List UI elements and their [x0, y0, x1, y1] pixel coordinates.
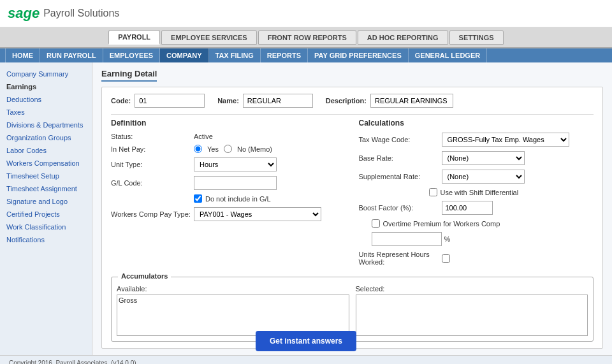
gl-code-row: G/L Code:: [111, 176, 346, 190]
name-label: Name:: [217, 97, 239, 105]
gl-code-label: G/L Code:: [111, 179, 194, 187]
sidebar-item-earnings[interactable]: Earnings: [0, 80, 92, 93]
units-represent-row: Units Represent Hours Worked:: [359, 251, 594, 266]
in-net-pay-no-label: No (Memo): [237, 145, 272, 153]
percent-input-row: %: [372, 232, 594, 246]
sidebar-item-deductions[interactable]: Deductions: [0, 93, 92, 106]
top-nav-front-row-reports[interactable]: FRONT ROW REPORTS: [258, 30, 356, 45]
percent-symbol: %: [444, 235, 451, 243]
sub-nav-employees[interactable]: EMPLOYEES: [103, 48, 160, 62]
content-area: Earning Detail Code: Name: Description:: [92, 62, 612, 355]
top-nav-ad-hoc-reporting[interactable]: AD HOC REPORTING: [358, 30, 448, 45]
boost-factor-input[interactable]: [442, 201, 493, 215]
sidebar-item-notifications[interactable]: Notifications: [0, 233, 92, 246]
unit-type-label: Unit Type:: [111, 161, 194, 168]
supplemental-rate-row: Supplemental Rate: (None): [359, 170, 594, 184]
in-net-pay-yes-radio[interactable]: [194, 145, 202, 153]
sidebar-item-signature-and-logo[interactable]: Signature and Logo: [0, 195, 92, 208]
overtime-premium-row: Overtime Premium for Workers Comp: [372, 219, 594, 228]
unit-type-select[interactable]: Hours Days Weeks: [194, 157, 277, 171]
units-represent-checkbox[interactable]: [442, 254, 450, 263]
sidebar-item-organization-groups[interactable]: Organization Groups: [0, 131, 92, 144]
status-value: Active: [194, 133, 213, 140]
supplemental-rate-label: Supplemental Rate:: [359, 173, 442, 180]
accumulators-inner: Available: Gross Selected:: [117, 285, 588, 336]
supplemental-rate-select[interactable]: (None): [442, 170, 525, 184]
available-label: Available:: [117, 285, 349, 293]
code-label: Code:: [111, 97, 131, 105]
code-field-group: Code:: [111, 94, 205, 108]
sub-nav-tax-filing[interactable]: TAX FILING: [209, 48, 261, 62]
available-item-gross: Gross: [119, 296, 347, 304]
sidebar-item-work-classification[interactable]: Work Classification: [0, 221, 92, 233]
sidebar-item-timesheet-setup[interactable]: Timesheet Setup: [0, 170, 92, 182]
available-column: Available: Gross: [117, 285, 349, 336]
available-list[interactable]: Gross: [117, 295, 349, 336]
sidebar-item-certified-projects[interactable]: Certified Projects: [0, 208, 92, 221]
calculations-title: Calculations: [359, 119, 594, 127]
percent-input[interactable]: [372, 232, 442, 246]
sub-nav-run-payroll[interactable]: RUN PAYROLL: [40, 48, 103, 62]
do-not-include-checkbox[interactable]: [194, 194, 202, 203]
use-shift-differential-row: Use with Shift Differential: [429, 188, 594, 196]
selected-column: Selected:: [356, 285, 588, 336]
in-net-pay-radios: Yes No (Memo): [194, 145, 272, 153]
name-input[interactable]: [243, 94, 313, 108]
top-fields-row: Code: Name: Description:: [111, 94, 594, 108]
workers-comp-select[interactable]: PAY001 - Wages PAY002 - Salary: [194, 207, 321, 221]
code-input[interactable]: [135, 94, 205, 108]
copyright-text: Copyright 2016, Payroll Associates. (v14…: [9, 360, 136, 364]
in-net-pay-row: In Net Pay: Yes No (Memo): [111, 145, 346, 153]
main-layout: Company Summary Earnings Deductions Taxe…: [0, 62, 612, 355]
boost-factor-label: Boost Factor (%):: [359, 204, 442, 212]
top-nav-payroll[interactable]: PAYROLL: [108, 30, 160, 45]
accumulators-legend: Accumulators: [118, 272, 171, 280]
sidebar-item-company-summary[interactable]: Company Summary: [0, 68, 92, 80]
sidebar-item-timesheet-assignment[interactable]: Timesheet Assignment: [0, 182, 92, 195]
base-rate-row: Base Rate: (None): [359, 151, 594, 165]
sidebar-item-workers-compensation[interactable]: Workers Compensation: [0, 157, 92, 170]
tax-wage-code-select[interactable]: GROSS-Fully Tax Emp. Wages None: [442, 133, 569, 147]
app-title: Payroll Solutions: [43, 8, 119, 19]
sub-nav-general-ledger[interactable]: GENERAL LEDGER: [409, 48, 487, 62]
description-input[interactable]: [370, 94, 453, 108]
sage-logo: sage: [8, 5, 40, 22]
selected-list[interactable]: [356, 295, 588, 336]
sub-nav-pay-grid-preferences[interactable]: PAY GRID PREFERENCES: [308, 48, 409, 62]
top-nav-settings[interactable]: SETTINGS: [449, 30, 504, 45]
status-row: Status: Active: [111, 133, 346, 140]
sub-nav-reports[interactable]: REPORTS: [261, 48, 308, 62]
boost-factor-row: Boost Factor (%):: [359, 201, 594, 215]
status-label: Status:: [111, 133, 194, 140]
use-shift-differential-checkbox[interactable]: [429, 188, 437, 196]
top-navigation: PAYROLL EMPLOYEE SERVICES FRONT ROW REPO…: [0, 27, 612, 48]
overtime-premium-checkbox[interactable]: [372, 219, 380, 228]
definition-title: Definition: [111, 119, 346, 127]
chat-button[interactable]: Get instant answers: [256, 331, 356, 351]
base-rate-select[interactable]: (None): [442, 151, 525, 165]
sub-navigation: HOME RUN PAYROLL EMPLOYEES COMPANY TAX F…: [0, 48, 612, 62]
sidebar-item-divisions-departments[interactable]: Divisions & Departments: [0, 119, 92, 131]
workers-comp-label: Workers Comp Pay Type:: [111, 210, 194, 218]
in-net-pay-yes-label: Yes: [207, 145, 219, 153]
in-net-pay-label: In Net Pay:: [111, 145, 194, 153]
tax-wage-code-row: Tax Wage Code: GROSS-Fully Tax Emp. Wage…: [359, 133, 594, 147]
sidebar-item-taxes[interactable]: Taxes: [0, 106, 92, 119]
description-field-group: Description:: [326, 94, 453, 108]
page-title: Earning Detail: [101, 69, 157, 82]
sidebar-item-labor-codes[interactable]: Labor Codes: [0, 144, 92, 157]
tax-wage-code-label: Tax Wage Code:: [359, 136, 442, 143]
earning-detail-form: Code: Name: Description: Definition: [101, 87, 603, 349]
top-nav-employee-services[interactable]: EMPLOYEE SERVICES: [161, 30, 257, 45]
selected-label: Selected:: [356, 285, 588, 293]
workers-comp-row: Workers Comp Pay Type: PAY001 - Wages PA…: [111, 207, 346, 221]
description-label: Description:: [326, 97, 367, 105]
logo: sage Payroll Solutions: [8, 5, 119, 22]
two-column-layout: Definition Status: Active In Net Pay: Ye…: [111, 119, 594, 270]
in-net-pay-no-radio[interactable]: [224, 145, 232, 153]
gl-code-input[interactable]: [194, 176, 277, 190]
sub-nav-home[interactable]: HOME: [5, 48, 40, 62]
use-shift-differential-label: Use with Shift Differential: [441, 189, 519, 196]
sub-nav-company[interactable]: COMPANY: [160, 48, 208, 62]
calculations-column: Calculations Tax Wage Code: GROSS-Fully …: [359, 119, 594, 270]
